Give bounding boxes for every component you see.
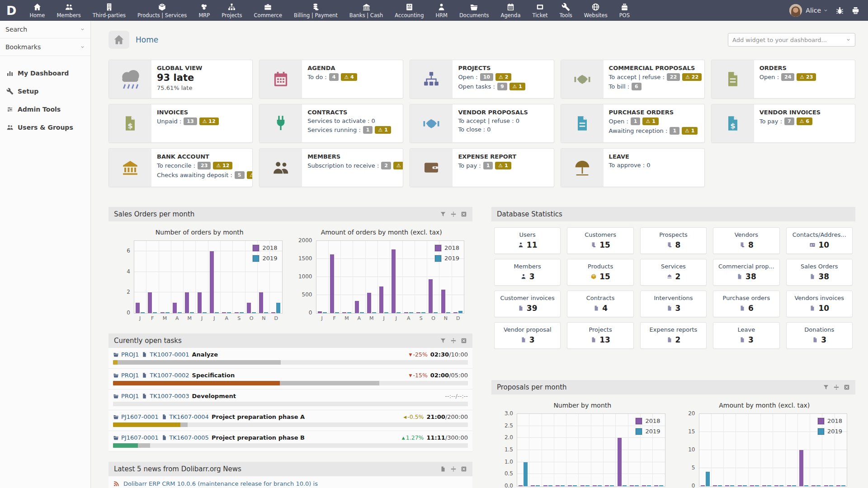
print-icon[interactable]: [851, 6, 860, 15]
count-badge[interactable]: 10: [480, 73, 493, 81]
count-badge[interactable]: 2: [381, 162, 391, 169]
count-badge[interactable]: 6: [632, 83, 642, 90]
widget-stat-line[interactable]: To close : 0: [458, 126, 528, 133]
task-ref-link[interactable]: TK1607-0005: [170, 434, 209, 441]
move-icon[interactable]: [833, 384, 840, 390]
bookmarks-section[interactable]: Bookmarks: [0, 38, 90, 56]
filter-icon[interactable]: [440, 338, 446, 344]
widget-stat-line[interactable]: Subscription to receive :2⚠ 2: [307, 162, 397, 169]
stat-cell-contracts[interactable]: Contracts4: [567, 291, 633, 317]
count-badge[interactable]: 4: [329, 73, 339, 81]
filter-icon[interactable]: [823, 384, 829, 390]
warning-badge[interactable]: ⚠ 12: [199, 117, 219, 125]
widget-leave[interactable]: LEAVETo approve : 0: [561, 148, 705, 187]
close-icon[interactable]: [461, 211, 467, 217]
widget-stat-line[interactable]: Open tasks :9⚠ 1: [458, 83, 525, 90]
widget-stat-line[interactable]: To accept | refuse :22⚠ 22: [609, 73, 699, 81]
widget-stat-line[interactable]: To pay :1⚠ 1: [458, 162, 516, 169]
sidebar-item-admin-tools[interactable]: Admin Tools: [0, 100, 90, 118]
nav-item-agenda[interactable]: Agenda: [495, 0, 527, 21]
warning-badge[interactable]: ⚠ 1: [509, 83, 525, 90]
widget-global-view[interactable]: GLOBAL VIEW93 late75.61% late: [108, 60, 253, 99]
stat-cell-projects[interactable]: Projects13: [567, 322, 633, 349]
search-section[interactable]: Search: [0, 21, 90, 38]
project-link[interactable]: PJ1607-0001: [121, 434, 159, 441]
widget-agenda[interactable]: AGENDATo do :4⚠ 4: [259, 60, 403, 99]
nav-item-home[interactable]: Home: [24, 0, 51, 21]
nav-item-projects[interactable]: Projects: [216, 0, 248, 21]
widget-stat-line[interactable]: Open :1⚠ 1: [609, 117, 698, 125]
stat-cell-expense-reports[interactable]: Expense reports2: [640, 322, 707, 349]
widget-stat-line[interactable]: Services to activate : 0: [307, 117, 391, 124]
page-icon[interactable]: [440, 466, 446, 472]
nav-item-ticket[interactable]: Ticket: [526, 0, 553, 21]
widget-stat-line[interactable]: To accept | refuse : 0: [458, 117, 528, 124]
widget-members[interactable]: MEMBERSSubscription to receive :2⚠ 2: [259, 148, 403, 187]
count-badge[interactable]: 24: [781, 73, 794, 81]
close-icon[interactable]: [844, 384, 850, 390]
widget-expense-report[interactable]: EXPENSE REPORTTo pay :1⚠ 1: [410, 148, 554, 187]
stat-cell-commercial-prop[interactable]: Commercial prop...38: [713, 259, 779, 286]
project-link[interactable]: PROJ1: [121, 393, 139, 399]
user-menu[interactable]: Alice: [806, 7, 828, 14]
widget-invoices[interactable]: INVOICESUnpaid :13⚠ 12: [108, 104, 253, 143]
widget-stat-line[interactable]: Open :24⚠ 23: [760, 73, 816, 81]
widget-stat-line[interactable]: Awaiting reception :1⚠ 1: [609, 127, 698, 135]
count-badge[interactable]: 23: [198, 162, 211, 169]
widget-stat-line[interactable]: Services running :1⚠ 1: [307, 126, 391, 134]
widget-stat-line[interactable]: To do :4⚠ 4: [307, 73, 357, 81]
stat-cell-members[interactable]: Members3: [494, 259, 561, 286]
widget-stat-line[interactable]: To approve : 0: [609, 162, 651, 169]
stat-cell-sales-orders[interactable]: Sales Orders38: [786, 259, 853, 286]
stat-cell-vendors-invoices[interactable]: Vendors invoices10: [786, 291, 853, 317]
task-name[interactable]: Project preparation phase B: [212, 434, 305, 441]
nav-item-mrp[interactable]: MRP: [193, 0, 216, 21]
task-name[interactable]: Analyze: [192, 351, 218, 358]
widget-vendor-invoices[interactable]: VENDOR INVOICESTo pay :7⚠ 6: [711, 104, 855, 143]
count-badge[interactable]: 1: [483, 162, 493, 169]
app-logo[interactable]: D: [0, 0, 24, 21]
move-icon[interactable]: [450, 466, 457, 472]
stat-cell-customers[interactable]: Customers15: [567, 227, 633, 254]
stat-cell-interventions[interactable]: Interventions3: [640, 291, 707, 317]
nav-item-hrm[interactable]: HRM: [429, 0, 453, 21]
warning-badge[interactable]: ⚠ 22: [682, 73, 702, 81]
widget-commercial-proposals[interactable]: COMMERCIAL PROPOSALSTo accept | refuse :…: [561, 60, 705, 99]
move-icon[interactable]: [450, 211, 457, 217]
sidebar-item-my-dashboard[interactable]: My Dashboard: [0, 64, 90, 82]
widget-stat-line[interactable]: To bill :6: [609, 83, 699, 90]
stat-cell-leave[interactable]: Leave3: [713, 322, 779, 349]
project-link[interactable]: PJ1607-0001: [121, 413, 159, 420]
widget-bank-account[interactable]: BANK ACCOUNTTo reconcile :23⚠ 12Checks a…: [108, 148, 253, 187]
widget-purchase-orders[interactable]: PURCHASE ORDERSOpen :1⚠ 1Awaiting recept…: [561, 104, 705, 143]
task-ref-link[interactable]: TK1607-0004: [170, 413, 209, 420]
count-badge[interactable]: 13: [184, 117, 197, 125]
close-icon[interactable]: [461, 466, 467, 472]
task-ref-link[interactable]: TK1007-0003: [150, 393, 189, 399]
task-name[interactable]: Specification: [192, 372, 235, 379]
nav-item-documents[interactable]: Documents: [453, 0, 495, 21]
warning-badge[interactable]: ⚠ 1: [642, 117, 658, 125]
widget-stat-line[interactable]: Open :10⚠ 2: [458, 73, 525, 81]
widget-projects[interactable]: PROJECTSOpen :10⚠ 2Open tasks :9⚠ 1: [410, 60, 554, 99]
nav-item-pos[interactable]: POS: [613, 0, 636, 21]
add-widget-select[interactable]: Add widget to your dashboard...: [728, 33, 855, 47]
page-title[interactable]: Home: [136, 35, 158, 44]
count-badge[interactable]: 7: [784, 117, 794, 125]
count-badge[interactable]: 1: [631, 117, 641, 125]
widget-orders[interactable]: ORDERSOpen :24⚠ 23: [711, 60, 855, 99]
warning-badge[interactable]: ⚠ 23: [797, 73, 816, 81]
warning-badge[interactable]: ⚠ 2: [393, 162, 403, 169]
stat-cell-products[interactable]: Products15: [567, 259, 633, 286]
count-badge[interactable]: 1: [363, 126, 373, 134]
task-ref-link[interactable]: TK1007-0002: [150, 372, 189, 379]
warning-badge[interactable]: ⚠ 5: [247, 171, 253, 179]
count-badge[interactable]: 22: [667, 73, 680, 81]
widget-vendor-proposals[interactable]: VENDOR PROPOSALSTo accept | refuse : 0To…: [410, 104, 554, 143]
stat-cell-prospects[interactable]: Prospects8: [640, 227, 707, 254]
stat-cell-vendor-proposal[interactable]: Vendor proposal3: [494, 322, 561, 349]
widget-stat-line[interactable]: Checks awaiting deposit :5⚠ 5: [157, 171, 247, 179]
widget-stat-line[interactable]: To reconcile :23⚠ 12: [157, 162, 247, 169]
warning-badge[interactable]: ⚠ 1: [375, 126, 391, 134]
stat-cell-purchase-orders[interactable]: Purchase orders6: [713, 291, 779, 317]
